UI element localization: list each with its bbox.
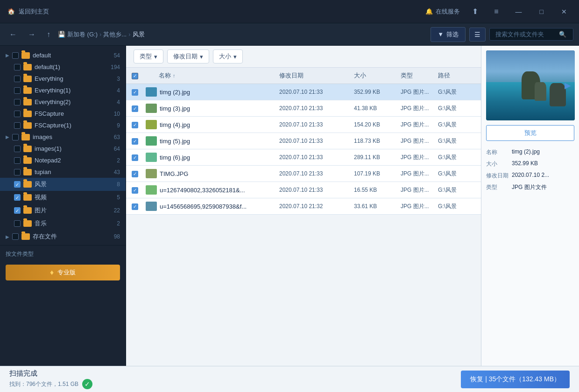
sidebar-item-everything[interactable]: Everything3 [0, 73, 126, 84]
sidebar-item-everything2[interactable]: Everything(2)4 [0, 96, 126, 108]
table-row[interactable]: timg (6).jpg2020.07.10 21:33289.11 KBJPG… [126, 149, 481, 166]
sidebar-item-images1[interactable]: images(1)64 [0, 143, 126, 154]
row-checkbox[interactable] [132, 171, 138, 177]
sidebar-item-tupian[interactable]: tupian43 [0, 166, 126, 178]
header-check-col[interactable]: ✓ [132, 72, 146, 79]
expand-icon[interactable]: ▶ [6, 234, 9, 239]
sidebar-item-fengjing[interactable]: 风景8 [0, 178, 126, 191]
filter-icon: ▼ [438, 31, 444, 38]
up-button[interactable]: ↑ [43, 28, 54, 41]
file-thumbnail [146, 153, 157, 162]
menu-button[interactable]: ≡ [490, 6, 502, 18]
sidebar-checkbox-shipin[interactable] [14, 194, 21, 201]
back-button[interactable]: ← [6, 28, 21, 41]
expand-icon[interactable]: ▶ [6, 53, 9, 58]
diamond-icon: ♦ [50, 268, 54, 277]
sidebar-checkbox-cunchuwenjian[interactable] [12, 233, 19, 240]
recover-button[interactable]: 恢复 | 35个文件（132.43 MB） [461, 371, 570, 388]
scan-title: 扫描完成 [9, 369, 455, 378]
date-filter[interactable]: 修改日期 ▾ [167, 49, 209, 63]
sidebar: ▶default54default(1)194Everything3Everyt… [0, 46, 126, 366]
breadcrumb-drive[interactable]: 新加卷 (G:) [67, 30, 98, 39]
filter-button[interactable]: ▼ 筛选 [431, 27, 466, 42]
sidebar-checkbox-tupian[interactable] [14, 169, 21, 175]
header-path-col[interactable]: 路径 [438, 71, 475, 80]
table-row[interactable]: u=1456568695,9259087938&f...2020.07.10 2… [126, 198, 481, 215]
sidebar-checkbox-default[interactable] [12, 52, 19, 59]
sidebar-checkbox-everything2[interactable] [14, 99, 21, 105]
table-row[interactable]: TIMG.JPG2020.07.10 21:33107.19 KBJPG 图片.… [126, 166, 481, 182]
row-checkbox[interactable] [132, 187, 138, 194]
preview-button[interactable]: 预览 [486, 125, 574, 141]
sidebar-checkbox-images1[interactable] [14, 146, 21, 152]
sidebar-item-tupian2[interactable]: 图片22 [0, 204, 126, 217]
sidebar-checkbox-fscapture[interactable] [14, 111, 21, 117]
sidebar-item-yinyue[interactable]: 音乐2 [0, 217, 126, 230]
minimize-button[interactable]: — [511, 6, 527, 17]
sidebar-checkbox-fengjing[interactable] [14, 181, 21, 188]
sidebar-item-shipin[interactable]: 视频5 [0, 191, 126, 204]
sidebar-label: default [33, 52, 106, 59]
type-filter[interactable]: 类型 ▾ [134, 49, 163, 63]
sidebar-item-notepad2[interactable]: Notepad22 [0, 154, 126, 166]
share-button[interactable]: ⬆ [468, 5, 482, 18]
file-type: JPG 图片... [401, 186, 438, 194]
table-row[interactable]: timg (2).jpg2020.07.10 21:33352.99 KBJPG… [126, 84, 481, 100]
size-filter[interactable]: 大小 ▾ [213, 49, 243, 63]
sidebar-checkbox-yinyue[interactable] [14, 220, 21, 227]
info-size-row: 大小 352.99 KB [486, 158, 574, 170]
row-checkbox[interactable] [132, 138, 138, 145]
view-button[interactable]: ☰ [469, 28, 486, 42]
sidebar-item-default1[interactable]: default(1)194 [0, 61, 126, 73]
header-size-col[interactable]: 大小 [354, 71, 401, 80]
sort-arrow[interactable]: ↑ [173, 73, 176, 78]
table-row[interactable]: u=1267490802,3326052181&...2020.07.10 21… [126, 182, 481, 198]
header-checkbox[interactable]: ✓ [132, 73, 138, 79]
table-row[interactable]: timg (5).jpg2020.07.10 21:33118.73 KBJPG… [126, 133, 481, 149]
search-input[interactable] [494, 28, 559, 40]
row-checkbox[interactable] [132, 89, 138, 96]
home-button[interactable]: 🏠 返回到主页 [7, 7, 49, 16]
play-arrow[interactable]: ▶ [565, 80, 571, 91]
file-path: G:\风景 [438, 154, 475, 161]
online-service-button[interactable]: 🔔 在线服务 [425, 7, 460, 16]
forward-button[interactable]: → [24, 28, 39, 41]
table-row[interactable]: timg (4).jpg2020.07.10 21:33154.20 KBJPG… [126, 117, 481, 133]
sidebar-checkbox-everything1[interactable] [14, 87, 21, 94]
sidebar-item-fscapture1[interactable]: FSCapture(1)9 [0, 119, 126, 131]
folder-icon [23, 76, 32, 82]
search-icon[interactable]: 🔍 [559, 31, 566, 38]
sidebar-label: default(1) [35, 63, 106, 70]
sidebar-item-fscapture[interactable]: FSCapture10 [0, 108, 126, 119]
row-checkbox[interactable] [132, 203, 138, 210]
header-date-col[interactable]: 修改日期 [279, 71, 354, 80]
sidebar-item-everything1[interactable]: Everything(1)4 [0, 84, 126, 96]
sidebar-checkbox-fscapture1[interactable] [14, 122, 21, 129]
sidebar-checkbox-tupian2[interactable] [14, 207, 21, 214]
row-checkbox[interactable] [132, 122, 138, 128]
by-type-label[interactable]: 按文件类型 [0, 247, 126, 261]
pro-button[interactable]: ♦专业版 [6, 265, 120, 280]
row-checkbox[interactable] [132, 105, 138, 112]
sidebar-label: 视频 [35, 193, 106, 202]
sidebar-checkbox-default1[interactable] [14, 64, 21, 70]
header-name-col[interactable]: 名称 ↑ [159, 71, 279, 80]
expand-icon[interactable]: ▶ [6, 134, 9, 140]
breadcrumb-folder1[interactable]: 其他乡... [103, 30, 127, 39]
file-size: 289.11 KB [354, 154, 401, 161]
sidebar-checkbox-images[interactable] [12, 134, 19, 140]
file-type: JPG 图片... [401, 105, 438, 112]
header-type-col[interactable]: 类型 [401, 71, 438, 80]
sidebar-checkbox-everything[interactable] [14, 76, 21, 82]
row-checkbox[interactable] [132, 154, 138, 161]
close-button[interactable]: ✕ [557, 6, 572, 17]
file-type: JPG 图片... [401, 154, 438, 161]
file-type: JPG 图片... [401, 203, 438, 210]
sidebar-item-cunchuwenjian[interactable]: ▶存在文件98 [0, 230, 126, 243]
sidebar-item-default[interactable]: ▶default54 [0, 49, 126, 61]
table-row[interactable]: timg (3).jpg2020.07.10 21:3341.38 KBJPG … [126, 100, 481, 117]
row-check-cell [132, 88, 146, 96]
sidebar-item-images[interactable]: ▶images63 [0, 131, 126, 143]
maximize-button[interactable]: □ [535, 6, 548, 17]
sidebar-checkbox-notepad2[interactable] [14, 157, 21, 164]
